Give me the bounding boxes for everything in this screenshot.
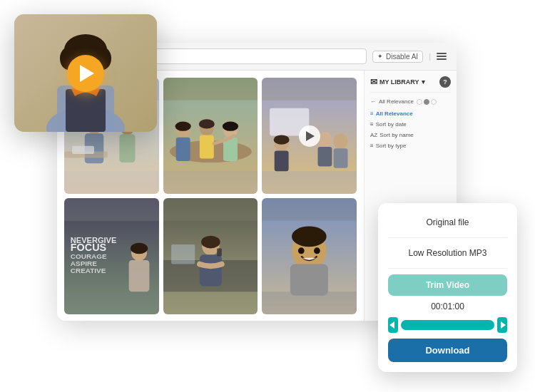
sort-icon: ≡: [370, 110, 374, 117]
svg-rect-38: [318, 147, 332, 167]
panel-divider-2: [388, 268, 507, 269]
timecode-display: 00:01:00: [388, 301, 507, 311]
photo-thumb-3[interactable]: [262, 78, 357, 194]
trim-slider[interactable]: [388, 317, 507, 333]
svg-point-37: [318, 132, 332, 148]
photo-thumb-5[interactable]: [163, 198, 258, 314]
svg-rect-24: [175, 138, 190, 161]
low-resolution-option[interactable]: Low Resolution MP3: [388, 244, 507, 262]
svg-point-25: [175, 122, 190, 131]
photo-thumb-4[interactable]: NEVERGIVE FOCUS COURAGE ASPIRE CREATIVE: [64, 198, 159, 314]
help-button[interactable]: ?: [439, 76, 451, 88]
my-library-label: ✉ MY LIBRARY ▾: [370, 77, 425, 87]
svg-point-28: [198, 119, 214, 128]
toolbar-right: ✦ Disable AI |: [372, 51, 447, 63]
chevron-down-icon: ▾: [422, 78, 425, 86]
svg-point-39: [334, 133, 348, 149]
relevance-label: All Relevance: [379, 98, 414, 105]
svg-point-59: [292, 226, 327, 247]
original-file-option[interactable]: Original file: [388, 213, 507, 232]
filter-dot-2: [424, 99, 429, 105]
svg-rect-52: [171, 244, 195, 264]
slider-track[interactable]: [401, 320, 494, 330]
sidebar-header: ✉ MY LIBRARY ▾ ?: [370, 76, 451, 93]
svg-text:CREATIVE: CREATIVE: [71, 267, 106, 274]
svg-text:FOCUS: FOCUS: [71, 242, 107, 253]
filter-dot-3: [431, 99, 437, 105]
svg-rect-20: [72, 146, 94, 154]
svg-point-31: [223, 122, 238, 131]
big-video-play-overlay: [14, 14, 157, 132]
download-button[interactable]: Download: [388, 339, 507, 362]
scene-svg-6: [262, 198, 357, 314]
filter-dot-1: [417, 99, 422, 105]
sort-by-date[interactable]: ≡ Sort by date: [370, 120, 451, 129]
sort-all-relevance[interactable]: ≡ All Relevance: [370, 109, 451, 118]
svg-rect-35: [275, 151, 289, 172]
svg-rect-27: [200, 135, 214, 158]
star-icon: ✦: [377, 53, 383, 60]
play-overlay-3[interactable]: [299, 125, 320, 147]
chevron-left-icon: [389, 321, 394, 329]
sort-icon: ≡: [370, 143, 374, 149]
slider-right-handle[interactable]: [497, 317, 507, 333]
menu-icon[interactable]: [437, 53, 447, 60]
svg-rect-60: [290, 264, 328, 296]
sort-by-type[interactable]: ≡ Sort by type: [370, 141, 451, 150]
play-icon-3: [306, 131, 315, 141]
svg-rect-48: [129, 260, 150, 292]
scene-svg-5: [163, 198, 258, 314]
svg-rect-54: [200, 254, 222, 286]
svg-point-62: [314, 247, 320, 254]
sort-by-name[interactable]: AZ Sort by name: [370, 130, 451, 140]
chevron-right-icon: [501, 321, 506, 329]
svg-point-36: [274, 135, 290, 144]
slider-left-handle[interactable]: [388, 317, 398, 333]
filter-dots: [417, 99, 437, 105]
disable-ai-label: Disable AI: [386, 53, 418, 61]
big-play-button[interactable]: [67, 55, 104, 92]
photo-thumb-6[interactable]: [262, 198, 357, 314]
svg-point-61: [298, 247, 305, 254]
back-arrow-icon: ←: [370, 98, 376, 105]
separator: |: [429, 52, 431, 61]
disable-ai-button[interactable]: ✦ Disable AI: [372, 51, 423, 63]
scene-svg-4: NEVERGIVE FOCUS COURAGE ASPIRE CREATIVE: [64, 198, 159, 314]
az-icon: AZ: [370, 132, 377, 138]
download-panel: Original file Low Resolution MP3 Trim Vi…: [378, 203, 517, 372]
svg-rect-17: [119, 134, 135, 163]
big-video-card: [14, 14, 157, 132]
play-icon: [80, 65, 94, 82]
scene-svg-2: [163, 78, 258, 194]
svg-rect-40: [334, 148, 348, 168]
svg-rect-56: [217, 248, 222, 256]
svg-point-55: [201, 236, 220, 249]
trim-video-button[interactable]: Trim Video: [388, 274, 507, 296]
filter-row: ← All Relevance: [370, 98, 451, 105]
sort-options: ≡ All Relevance ≡ Sort by date AZ Sort b…: [370, 109, 451, 150]
sort-icon: ≡: [370, 121, 374, 128]
svg-point-49: [131, 243, 148, 254]
inbox-icon: ✉: [370, 77, 377, 87]
photo-thumb-2[interactable]: [163, 78, 258, 194]
panel-divider-1: [388, 237, 507, 238]
